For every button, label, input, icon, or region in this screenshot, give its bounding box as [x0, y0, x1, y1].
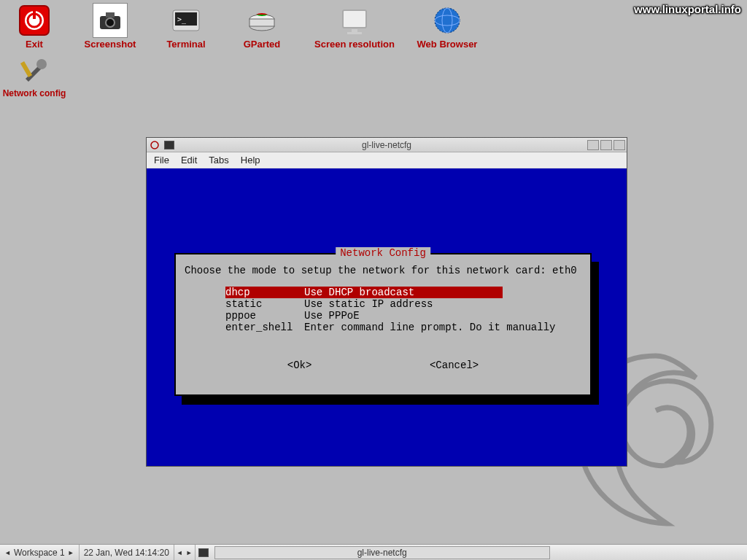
desktop-icon-label: Web Browser [417, 39, 478, 50]
network-config-dialog: Network Config Choose the mode to setup … [174, 253, 592, 396]
option-pppoe[interactable]: pppoe Use PPPoE [225, 310, 581, 322]
svg-rect-15 [347, 32, 362, 34]
option-key: static [225, 298, 304, 310]
screen-resolution-icon-launcher[interactable]: Screen resolution [306, 3, 403, 50]
option-enter-shell[interactable]: enter_shell Enter command line prompt. D… [225, 322, 581, 333]
option-desc: Use DHCP broadcast [304, 287, 414, 298]
clock-text: 22 Jan, Wed 14:14:20 [84, 548, 169, 558]
gparted-icon-launcher[interactable]: GParted [231, 3, 293, 50]
tools-icon [17, 52, 52, 88]
menu-tabs[interactable]: Tabs [209, 155, 228, 166]
svg-rect-20 [20, 61, 32, 77]
window-title: gl-live-netcfg [147, 140, 627, 150]
desktop-icon-label: GParted [244, 39, 281, 50]
desktop-icon-row-1: Exit Screenshot >_ Terminal GParted Scre… [3, 3, 479, 50]
clock-widget[interactable]: 22 Jan, Wed 14:14:20 [80, 545, 174, 560]
desktop-icon-label: Screen resolution [314, 39, 395, 50]
exit-icon-launcher[interactable]: Exit [3, 3, 66, 50]
terminal-icon: >_ [169, 3, 204, 38]
monitor-icon [337, 3, 372, 38]
screenshot-icon-launcher[interactable]: Screenshot [79, 3, 142, 50]
option-static[interactable]: static Use static IP address [225, 298, 581, 310]
camera-icon [93, 3, 128, 38]
svg-rect-13 [343, 10, 366, 28]
dialog-buttons: <Ok> <Cancel> [185, 359, 581, 371]
chevron-right-icon[interactable]: ► [186, 549, 193, 556]
window-controls [587, 140, 627, 150]
option-desc: Use PPPoE [304, 310, 360, 322]
web-browser-icon-launcher[interactable]: Web Browser [416, 3, 479, 50]
svg-text:>_: >_ [177, 15, 187, 24]
svg-point-19 [36, 59, 47, 69]
option-key: enter_shell [225, 322, 304, 333]
desktop-icon-label: Exit [26, 39, 43, 50]
dialog-title: Network Config [336, 247, 430, 259]
svg-point-6 [106, 18, 115, 27]
ok-button[interactable]: <Ok> [287, 359, 312, 371]
desktop-icon-label: Screenshot [85, 39, 136, 50]
terminal-content[interactable]: Network Config Choose the mode to setup … [147, 168, 627, 466]
chevron-left-icon[interactable]: ◄ [177, 549, 183, 556]
desktop-icon-row-2: Network config [3, 52, 479, 98]
workspace-switcher[interactable]: ◄ Workspace 1 ► [0, 545, 80, 560]
network-config-icon-launcher[interactable]: Network config [3, 52, 66, 98]
taskbar-task-button[interactable]: gl-live-netcfg [214, 546, 550, 559]
chevron-left-icon[interactable]: ◄ [4, 549, 11, 556]
desktop-icon [198, 548, 209, 557]
svg-point-21 [151, 141, 158, 149]
option-desc: Enter command line prompt. Do it manuall… [304, 322, 555, 333]
option-key: dhcp [225, 287, 304, 298]
svg-rect-5 [106, 12, 115, 18]
svg-rect-14 [352, 29, 357, 32]
option-key: pppoe [225, 310, 304, 322]
desktop-icon-label: Network config [3, 88, 66, 98]
power-icon [17, 3, 52, 38]
desktop-icon-label: Terminal [166, 39, 205, 50]
svg-point-16 [435, 8, 460, 33]
workspace-label: Workspace 1 [14, 548, 65, 558]
window-titlebar[interactable]: gl-live-netcfg [147, 138, 627, 152]
titlebar-left-icons [147, 140, 176, 150]
menu-edit[interactable]: Edit [181, 155, 197, 166]
watermark-text: www.linuxportal.info [634, 3, 741, 15]
globe-icon [430, 3, 465, 38]
menu-file[interactable]: File [154, 155, 169, 166]
desktop-icon-grid: Exit Screenshot >_ Terminal GParted Scre… [3, 3, 479, 98]
maximize-button[interactable] [600, 140, 612, 150]
option-dhcp[interactable]: dhcp Use DHCP broadcast [225, 287, 503, 298]
window-menubar: File Edit Tabs Help [147, 152, 627, 168]
dialog-option-list: dhcp Use DHCP broadcast static Use stati… [225, 287, 581, 333]
show-desktop[interactable] [196, 545, 212, 560]
debian-icon [150, 140, 160, 150]
terminal-icon-launcher[interactable]: >_ Terminal [155, 3, 217, 50]
close-button[interactable] [614, 140, 625, 150]
taskbar-nav: ◄ ► [174, 545, 196, 560]
dialog-prompt: Choose the mode to setup the network for… [185, 265, 581, 276]
svg-rect-3 [33, 10, 36, 19]
taskbar: ◄ Workspace 1 ► 22 Jan, Wed 14:14:20 ◄ ►… [0, 544, 747, 560]
option-desc: Use static IP address [304, 298, 433, 310]
cancel-button[interactable]: <Cancel> [430, 359, 479, 371]
window-icon [164, 141, 174, 149]
disk-icon [244, 3, 279, 38]
chevron-right-icon[interactable]: ► [68, 549, 74, 556]
minimize-button[interactable] [587, 140, 599, 150]
terminal-window: gl-live-netcfg File Edit Tabs Help Netwo… [146, 137, 627, 467]
svg-rect-12 [249, 19, 274, 26]
menu-help[interactable]: Help [241, 155, 260, 166]
task-label: gl-live-netcfg [357, 548, 407, 558]
